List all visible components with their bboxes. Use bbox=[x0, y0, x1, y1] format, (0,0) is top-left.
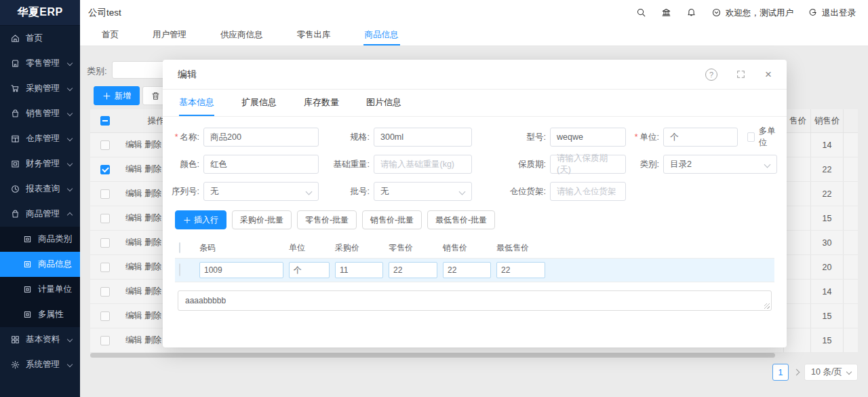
delete-link[interactable]: 删除 bbox=[144, 133, 161, 157]
shelf-life-input[interactable]: 请输入保质期(天) bbox=[550, 155, 626, 174]
sidebar-item-goods-info[interactable]: 商品信息 bbox=[0, 252, 80, 277]
min-price-input[interactable]: 22 bbox=[496, 262, 545, 278]
search-icon[interactable] bbox=[637, 8, 647, 18]
insert-row-button[interactable]: 插入行 bbox=[175, 210, 226, 229]
sale-price-batch-button[interactable]: 销售价-批量 bbox=[362, 210, 422, 229]
purchase-price-input[interactable]: 11 bbox=[335, 262, 383, 278]
sidebar-item-purchase-mgmt[interactable]: 采购管理 bbox=[0, 76, 80, 101]
tab-supplier-info[interactable]: 供应商信息 bbox=[219, 26, 264, 45]
current-page[interactable]: 1 bbox=[772, 364, 789, 381]
sidebar-item-finance-mgmt[interactable]: 财务管理 bbox=[0, 151, 80, 176]
delete-link[interactable]: 删除 bbox=[144, 157, 161, 181]
edit-link[interactable]: 编辑 bbox=[125, 328, 142, 352]
edit-link[interactable]: 编辑 bbox=[125, 206, 142, 230]
unit-input[interactable]: 个 bbox=[663, 128, 738, 147]
modal-tab-image-info[interactable]: 图片信息 bbox=[366, 90, 401, 116]
price-row-checkbox[interactable] bbox=[179, 263, 180, 276]
help-icon[interactable]: ? bbox=[705, 69, 717, 81]
sidebar-item-retail-mgmt[interactable]: 零售管理 bbox=[0, 51, 80, 76]
modal-tab-extended-info[interactable]: 扩展信息 bbox=[241, 90, 277, 116]
category-select[interactable]: 目录2 bbox=[663, 155, 777, 174]
modal-tab-basic-info[interactable]: 基本信息 bbox=[179, 90, 214, 116]
edit-link[interactable]: 编辑 bbox=[125, 182, 142, 206]
barcode-input[interactable]: 1009 bbox=[199, 262, 283, 278]
unit-column-header: 单位 bbox=[285, 242, 331, 254]
add-button[interactable]: 新增 bbox=[94, 86, 140, 105]
delete-link[interactable]: 删除 bbox=[144, 182, 161, 206]
user-circle-icon bbox=[712, 8, 722, 18]
retail-price-input[interactable]: 22 bbox=[389, 262, 437, 278]
row-checkbox[interactable] bbox=[100, 263, 110, 272]
barcode-column-header: 条码 bbox=[195, 242, 285, 254]
sidebar-item-basic-data[interactable]: 基本资料 bbox=[0, 327, 80, 352]
edit-link[interactable]: 编辑 bbox=[125, 231, 142, 254]
row-checkbox[interactable] bbox=[100, 336, 110, 345]
model-input[interactable]: weqwe bbox=[550, 128, 626, 147]
close-icon[interactable]: × bbox=[765, 69, 772, 80]
price-select-all-checkbox[interactable] bbox=[179, 242, 180, 253]
remark-textarea[interactable]: aaaabbbbb bbox=[178, 290, 772, 311]
shelf-position-input[interactable]: 请输入仓位货架 bbox=[550, 182, 626, 201]
chevron-down-icon bbox=[846, 368, 852, 374]
tab-retail-out[interactable]: 零售出库 bbox=[296, 26, 332, 45]
base-weight-input[interactable]: 请输入基础重量(kg) bbox=[374, 155, 472, 174]
delete-link[interactable]: 删除 bbox=[144, 206, 161, 230]
row-checkbox[interactable] bbox=[100, 165, 110, 174]
color-input[interactable]: 红色 bbox=[203, 155, 319, 174]
logout-button[interactable]: 退出登录 bbox=[808, 7, 856, 19]
tab-home[interactable]: 首页 bbox=[100, 26, 120, 45]
sidebar-item-home[interactable]: 首页 bbox=[0, 26, 80, 51]
row-checkbox[interactable] bbox=[100, 238, 110, 248]
sidebar-item-warehouse-mgmt[interactable]: 仓库管理 bbox=[0, 126, 80, 151]
user-menu[interactable]: 欢迎您，测试用户 bbox=[712, 7, 793, 19]
next-page-button[interactable] bbox=[793, 369, 800, 376]
bank-icon[interactable] bbox=[662, 8, 672, 18]
purchase-price-batch-button[interactable]: 采购价-批量 bbox=[232, 210, 292, 229]
delete-link[interactable]: 删除 bbox=[144, 255, 161, 279]
sidebar-item-report-query[interactable]: 报表查询 bbox=[0, 176, 80, 202]
delete-link[interactable]: 删除 bbox=[144, 231, 161, 254]
edit-link[interactable]: 编辑 bbox=[125, 133, 142, 157]
sidebar-item-goods-category[interactable]: 商品类别 bbox=[0, 227, 80, 252]
fullscreen-icon[interactable] bbox=[736, 70, 746, 79]
serial-no-select[interactable]: 无 bbox=[203, 182, 319, 201]
delete-link[interactable]: 删除 bbox=[144, 304, 161, 328]
row-checkbox[interactable] bbox=[100, 214, 110, 223]
delete-link[interactable]: 删除 bbox=[144, 280, 161, 303]
multi-unit-checkbox[interactable]: 多单位 bbox=[747, 126, 777, 149]
row-checkbox[interactable] bbox=[100, 287, 110, 297]
tab-user-mgmt[interactable]: 用户管理 bbox=[151, 26, 188, 45]
unit-input[interactable]: 个 bbox=[289, 262, 330, 278]
edit-link[interactable]: 编辑 bbox=[125, 280, 142, 303]
sidebar-item-multi-attribute[interactable]: 多属性 bbox=[0, 302, 80, 327]
row-checkbox[interactable] bbox=[100, 140, 110, 150]
price-table: 条码单位采购价零售价销售价最低售价 1009个11222222 bbox=[175, 238, 774, 282]
retail-price-batch-button[interactable]: 零售价-批量 bbox=[297, 210, 357, 229]
row-checkbox[interactable] bbox=[100, 189, 110, 199]
sidebar-item-sales-mgmt[interactable]: 销售管理 bbox=[0, 101, 80, 126]
batch-no-select[interactable]: 无 bbox=[374, 182, 472, 201]
edit-link[interactable]: 编辑 bbox=[125, 255, 142, 279]
modal-tab-stock-qty[interactable]: 库存数量 bbox=[304, 90, 339, 116]
sidebar-item-goods-mgmt[interactable]: 商品管理 bbox=[0, 202, 80, 227]
min-price-batch-button[interactable]: 最低售价-批量 bbox=[427, 210, 495, 229]
tab-goods-info[interactable]: 商品信息 bbox=[363, 26, 400, 45]
page-size-select[interactable]: 10 条/页 bbox=[804, 364, 858, 381]
scrollbar-thumb[interactable] bbox=[90, 353, 775, 358]
sidebar-item-system-mgmt[interactable]: 系统管理 bbox=[0, 352, 80, 377]
spec-input[interactable]: 300ml bbox=[374, 128, 472, 147]
sale-price-input[interactable]: 22 bbox=[443, 262, 491, 278]
edit-link[interactable]: 编辑 bbox=[125, 304, 142, 328]
retail-price-column-header: 零售价 bbox=[384, 242, 439, 254]
delete-link[interactable]: 删除 bbox=[144, 328, 161, 352]
edit-link[interactable]: 编辑 bbox=[125, 157, 142, 181]
bell-icon[interactable] bbox=[687, 8, 697, 18]
name-input[interactable]: 商品200 bbox=[203, 128, 319, 147]
insert-row-label: 插入行 bbox=[194, 214, 218, 226]
barcode-cell: 1009 bbox=[195, 262, 285, 278]
select-all-checkbox[interactable] bbox=[100, 116, 110, 126]
sidebar-item-measure-unit[interactable]: 计量单位 bbox=[0, 277, 80, 302]
logout-label: 退出登录 bbox=[822, 7, 856, 19]
row-checkbox[interactable] bbox=[100, 311, 110, 321]
retail-price-cell bbox=[783, 328, 810, 352]
